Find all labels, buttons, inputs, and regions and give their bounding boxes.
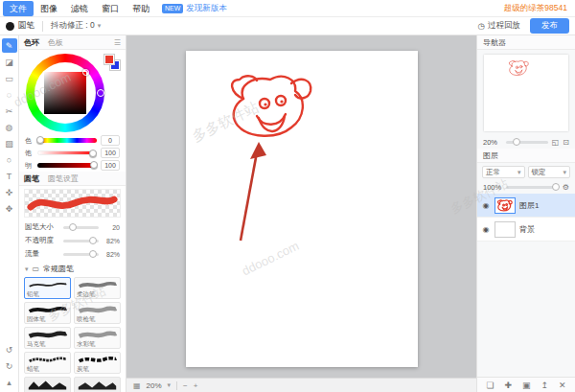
tool-strip: ✎ ◪ ▭ ◌ ✂ ◍ ▨ ○ T ✜ ✥ ↺ ↻ ▴ <box>0 35 19 392</box>
stabilizer-setting[interactable]: 抖动修正 : 0 ▾ <box>51 20 101 32</box>
menu-image[interactable]: 图像 <box>34 1 64 16</box>
brush-category-title: 常规圆笔 <box>43 264 74 274</box>
new-layer-icon[interactable]: ❏ <box>486 380 494 390</box>
blend-mode-select[interactable]: 正常 ▾ <box>482 166 525 178</box>
hue-value[interactable]: 0 <box>101 135 120 146</box>
tab-brush-settings[interactable]: 圆笔设置 <box>48 173 79 184</box>
value-slider[interactable] <box>37 163 97 168</box>
menu-help[interactable]: 帮助 <box>126 1 156 16</box>
brush-size-knob[interactable] <box>69 223 77 231</box>
tab-brush[interactable]: 圆笔 <box>24 173 39 184</box>
brush-size-slider[interactable] <box>63 226 99 229</box>
brush-preset-label: 喷枪笔 <box>77 315 118 322</box>
brush-preset-soft[interactable]: 柔边笔 <box>74 277 121 299</box>
navigator-zoom-slider[interactable] <box>506 141 548 144</box>
layer-opacity-knob[interactable] <box>552 183 560 191</box>
sv-knob[interactable] <box>82 69 89 76</box>
stabilizer-label: 抖动修正 : 0 <box>51 20 95 32</box>
value-slider-row: 明 100 <box>19 159 126 172</box>
primary-color-swatch[interactable] <box>104 55 114 64</box>
hue-slider-knob[interactable] <box>36 136 44 144</box>
layer-opacity-slider[interactable] <box>506 186 559 189</box>
menu-file[interactable]: 文件 <box>3 1 34 16</box>
brush-tabs: 圆笔 圆笔设置 <box>19 172 126 186</box>
brush-preset-charcoal[interactable]: 炭笔 <box>74 352 121 374</box>
crop-tool-button[interactable]: ✂ <box>2 104 17 118</box>
gear-icon[interactable]: ⚙ <box>563 183 569 192</box>
brush-preset-watercolor[interactable]: 水彩笔 <box>74 327 121 349</box>
menu-window[interactable]: 窗口 <box>95 1 126 16</box>
fill-tool-button[interactable]: ◍ <box>2 120 17 134</box>
saturation-slider-knob[interactable] <box>89 150 97 157</box>
gradient-tool-button[interactable]: ▨ <box>2 136 17 150</box>
collapse-panel-button[interactable]: ▴ <box>2 375 17 389</box>
replay-button[interactable]: ◷ 过程回放 <box>478 20 520 32</box>
lasso-tool-button[interactable]: ◌ <box>2 87 17 102</box>
zoom-in-icon[interactable]: + <box>194 381 198 390</box>
grid-icon[interactable]: ▦ <box>133 381 141 390</box>
saturation-slider[interactable] <box>37 150 97 155</box>
brush-preset-label: 固体笔 <box>27 315 68 322</box>
text-tool-button[interactable]: T <box>2 169 17 183</box>
brush-preset-pencil[interactable]: 铅笔 <box>24 277 71 299</box>
update-link[interactable]: 发现新版本 <box>186 3 227 14</box>
hue-knob[interactable] <box>97 89 104 97</box>
hand-tool-button[interactable]: ✥ <box>2 201 17 216</box>
new-folder-icon[interactable]: ▣ <box>522 380 531 390</box>
add-layer-icon[interactable]: ✚ <box>505 380 513 390</box>
value-value[interactable]: 100 <box>101 160 120 171</box>
layer-name: 背景 <box>519 224 535 235</box>
navigator-thumbnail[interactable] <box>484 55 568 131</box>
tab-color-wheel[interactable]: 色环 <box>24 37 39 48</box>
visibility-eye-icon[interactable]: ◉ <box>481 201 491 210</box>
undo-button[interactable]: ↺ <box>2 342 17 357</box>
brush-category-header[interactable]: ▾ ▭ 常规圆笔 <box>19 261 126 276</box>
brush-preset-crayon[interactable]: 蜡笔 <box>24 352 71 374</box>
brush-preset-airbrush[interactable]: 喷枪笔 <box>74 302 121 324</box>
brush-preset-partial[interactable] <box>24 377 71 392</box>
layer-row-layer1[interactable]: ◉ 图层1 <box>477 194 575 218</box>
username[interactable]: 超级的绿茶98541 <box>504 3 567 14</box>
publish-button[interactable]: 发布 <box>530 18 569 34</box>
brush-preset-solid[interactable]: 固体笔 <box>24 302 71 324</box>
navigator-header: 导航器 <box>477 35 575 50</box>
hue-slider[interactable] <box>37 138 97 143</box>
value-slider-knob[interactable] <box>90 161 98 169</box>
eyedropper-tool-button[interactable]: ✜ <box>2 185 17 199</box>
navigator-zoom-knob[interactable] <box>513 138 520 146</box>
eraser-tool-button[interactable]: ◪ <box>2 55 17 69</box>
panel-menu-icon[interactable]: ☰ <box>114 38 121 47</box>
lock-select[interactable]: 锁定 ▾ <box>528 166 571 178</box>
new-version-badge: NEW <box>162 4 183 13</box>
zoom-level[interactable]: 20% <box>147 381 162 390</box>
visibility-eye-icon[interactable]: ◉ <box>481 225 491 234</box>
menubar: 文件 图像 滤镜 窗口 帮助 NEW 发现新版本 超级的绿茶98541 <box>0 0 575 17</box>
opacity-slider[interactable] <box>63 240 99 242</box>
hue-wheel[interactable] <box>26 54 104 132</box>
canvas-area: ▦ 20% ▾ − + <box>126 35 476 392</box>
delete-layer-icon[interactable]: ✕ <box>559 380 566 390</box>
tab-color-swatches[interactable]: 色板 <box>48 37 63 48</box>
flow-slider[interactable] <box>63 253 99 256</box>
opacity-knob[interactable] <box>89 237 97 244</box>
chevron-down-icon[interactable]: ▾ <box>168 381 172 389</box>
layer-opacity-value: 100% <box>483 183 502 192</box>
marquee-tool-button[interactable]: ▭ <box>2 71 17 85</box>
merge-up-icon[interactable]: ↥ <box>540 380 548 390</box>
brush-preset-marker[interactable]: 马克笔 <box>24 327 71 349</box>
brush-preset-partial[interactable] <box>74 377 121 392</box>
fit-screen-icon[interactable]: ◱ <box>552 138 560 147</box>
layer-row-background[interactable]: ◉ 背景 <box>477 218 575 242</box>
saturation-value-square[interactable] <box>44 72 86 114</box>
redo-button[interactable]: ↻ <box>2 358 17 373</box>
current-tool-label[interactable]: 圆笔 <box>18 20 34 32</box>
actual-size-icon[interactable]: ⊡ <box>563 138 569 147</box>
shape-tool-button[interactable]: ○ <box>2 152 17 167</box>
drawing-canvas[interactable] <box>186 51 418 367</box>
menu-filter[interactable]: 滤镜 <box>64 1 95 16</box>
flow-knob[interactable] <box>89 250 97 258</box>
saturation-value[interactable]: 100 <box>101 148 120 158</box>
brush-tool-button[interactable]: ✎ <box>2 38 17 53</box>
zoom-out-icon[interactable]: − <box>183 381 188 390</box>
opacity-row: 不透明度 82% <box>19 234 126 247</box>
